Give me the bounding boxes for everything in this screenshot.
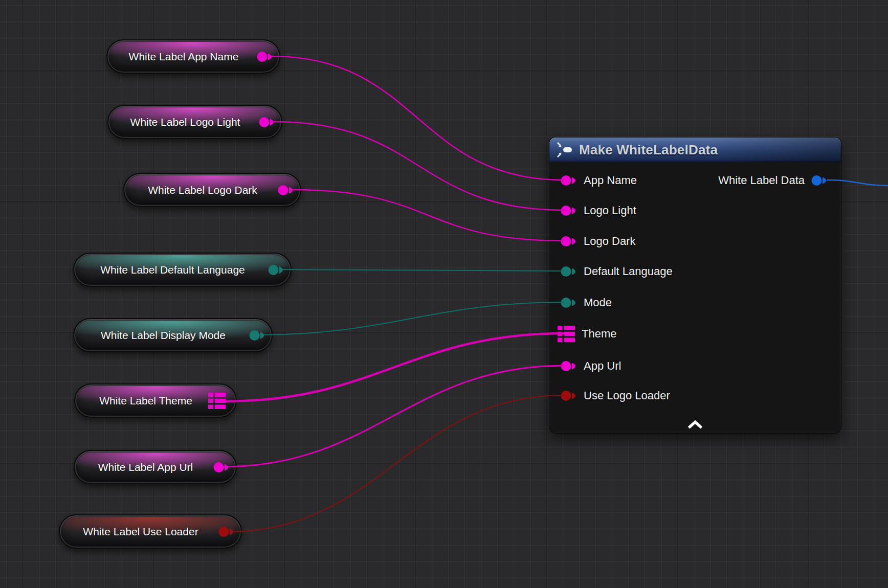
variable-node-white-label-logo-dark[interactable]: White Label Logo Dark [123, 173, 301, 207]
input-pin-row-app-url[interactable]: App Url [561, 359, 621, 373]
input-pin-row-use-logo-loader[interactable]: Use Logo Loader [561, 389, 670, 402]
variable-node-white-label-logo-light[interactable]: White Label Logo Light [107, 105, 282, 139]
input-pin-label: App Url [584, 359, 621, 373]
input-pin-row-logo-dark[interactable]: Logo Dark [561, 235, 636, 248]
struct-output-pin-icon[interactable] [208, 392, 226, 410]
variable-node-label: White Label Display Mode [94, 329, 252, 342]
variable-node-white-label-display-mode[interactable]: White Label Display Mode [73, 318, 273, 352]
wire-app-url[interactable] [221, 366, 564, 467]
variable-node-label: White Label Logo Light [123, 116, 267, 128]
variable-node-label: White Label App Name [122, 51, 265, 63]
make-whitelabeldata-node[interactable]: Make WhiteLabelData App Name Logo Light … [549, 137, 841, 434]
input-pin-label: Logo Light [584, 204, 636, 217]
input-pin-row-mode[interactable]: Mode [561, 296, 612, 309]
input-pin-label: Mode [584, 296, 612, 309]
output-pin-icon[interactable] [268, 264, 284, 276]
graph-viewport[interactable]: White Label App Name White Label Logo Li… [0, 0, 888, 588]
output-pin-row-white-label-data[interactable]: White Label Data [718, 174, 828, 187]
variable-node-label: White Label Default Language [93, 264, 272, 276]
input-pin-icon[interactable] [561, 265, 577, 278]
input-pin-label: Use Logo Loader [584, 389, 670, 402]
variable-node-label: White Label Use Loader [76, 526, 225, 538]
variable-node-white-label-app-name[interactable]: White Label App Name [106, 39, 280, 74]
output-pin-icon[interactable] [213, 461, 230, 473]
wire-display-mode[interactable] [258, 302, 564, 335]
wire-default-language[interactable] [281, 269, 564, 271]
output-pin-icon[interactable] [257, 51, 273, 63]
output-pin-label: White Label Data [718, 174, 805, 187]
variable-node-white-label-use-loader[interactable]: White Label Use Loader [59, 514, 242, 549]
variable-node-label: White Label App Url [91, 461, 220, 473]
input-pin-label: Default Language [584, 265, 673, 278]
output-pin-icon[interactable] [249, 329, 265, 342]
wire-use-logo-loader[interactable] [228, 395, 564, 532]
input-pin-row-theme[interactable]: Theme [558, 325, 616, 343]
variable-node-white-label-app-url[interactable]: White Label App Url [74, 450, 237, 484]
variable-node-white-label-theme[interactable]: White Label Theme [74, 383, 237, 418]
input-pin-row-default-language[interactable]: Default Language [561, 265, 673, 278]
wire-app-name[interactable] [271, 56, 564, 180]
graph-canvas[interactable]: { "app": {"title": "Blueprint Graph"}, "… [0, 0, 888, 588]
output-pin-icon[interactable] [278, 184, 294, 196]
chevron-up-icon [686, 420, 704, 429]
output-pin-icon[interactable] [259, 116, 275, 128]
wire-theme[interactable] [224, 333, 564, 401]
variable-node-label: White Label Logo Dark [141, 184, 284, 196]
make-node-title: Make WhiteLabelData [579, 142, 718, 158]
input-pin-label: Theme [582, 327, 616, 341]
input-pin-label: App Name [584, 174, 637, 187]
output-pin-icon[interactable] [218, 526, 235, 538]
wire-logo-dark[interactable] [292, 190, 564, 241]
make-struct-icon [557, 142, 574, 157]
variable-node-label: White Label Theme [92, 395, 219, 407]
input-pin-label: Logo Dark [584, 235, 636, 248]
make-node-header[interactable]: Make WhiteLabelData [549, 138, 841, 162]
collapse-node-button[interactable] [683, 418, 707, 431]
input-pin-row-app-name[interactable]: App Name [561, 174, 637, 187]
input-pin-row-logo-light[interactable]: Logo Light [561, 204, 636, 217]
output-pin-icon[interactable] [811, 174, 828, 187]
variable-node-white-label-default-language[interactable]: White Label Default Language [73, 253, 292, 287]
wire-logo-light[interactable] [274, 122, 564, 210]
